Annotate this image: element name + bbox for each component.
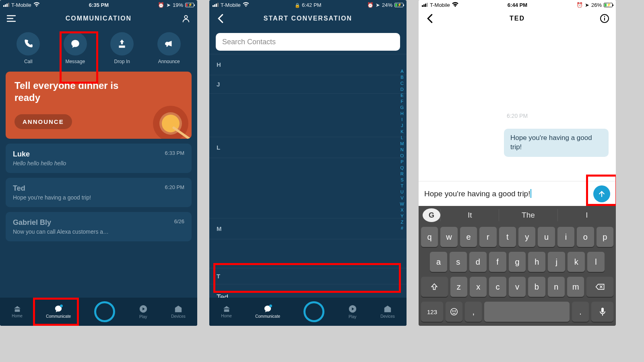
tab-home[interactable]: Home bbox=[12, 305, 23, 318]
conversation-item[interactable]: Luke Hello hello hello hello 6:33 PM bbox=[6, 144, 192, 173]
search-input[interactable] bbox=[216, 33, 400, 51]
index-letter[interactable]: V bbox=[400, 195, 404, 201]
key-t[interactable]: t bbox=[499, 227, 516, 247]
key-f[interactable]: f bbox=[489, 252, 506, 272]
key-o[interactable]: o bbox=[577, 227, 594, 247]
announce-card[interactable]: Tell everyone dinner is ready ANNOUNCE bbox=[6, 72, 192, 139]
tab-devices[interactable]: Devices bbox=[171, 305, 186, 319]
svg-point-14 bbox=[455, 311, 456, 311]
numbers-key[interactable]: 123 bbox=[421, 302, 443, 322]
index-letter[interactable]: L bbox=[400, 135, 404, 141]
index-letter[interactable]: F bbox=[400, 99, 404, 105]
index-letter[interactable]: J bbox=[400, 123, 404, 129]
tab-communicate[interactable]: Communicate bbox=[46, 305, 71, 319]
suggestion[interactable]: The bbox=[499, 209, 557, 221]
space-key[interactable] bbox=[484, 302, 569, 322]
message-input[interactable]: Hope you're having a good trip! bbox=[424, 189, 589, 198]
shift-key[interactable] bbox=[421, 277, 448, 297]
index-letter[interactable]: M bbox=[400, 141, 404, 147]
key-c[interactable]: c bbox=[489, 277, 506, 297]
index-letter[interactable]: T bbox=[400, 183, 404, 189]
key-z[interactable]: z bbox=[450, 277, 467, 297]
index-letter[interactable]: P bbox=[400, 159, 404, 165]
index-letter[interactable]: K bbox=[400, 129, 404, 135]
key-p[interactable]: p bbox=[597, 227, 613, 247]
index-letter[interactable]: O bbox=[400, 153, 404, 159]
mic-key[interactable] bbox=[591, 302, 613, 322]
key-g[interactable]: g bbox=[509, 252, 526, 272]
index-letter[interactable]: Y bbox=[400, 213, 404, 219]
comma-key[interactable]: , bbox=[465, 302, 482, 322]
menu-button[interactable] bbox=[2, 9, 21, 28]
key-i[interactable]: i bbox=[557, 227, 574, 247]
message-bubble: Hope you're having a good trip! bbox=[504, 129, 609, 157]
index-letter[interactable]: E bbox=[400, 93, 404, 99]
key-r[interactable]: r bbox=[479, 227, 496, 247]
key-l[interactable]: l bbox=[587, 252, 605, 272]
index-letter[interactable]: N bbox=[400, 147, 404, 153]
alexa-button[interactable] bbox=[94, 301, 115, 322]
key-e[interactable]: e bbox=[460, 227, 477, 247]
action-message[interactable]: Message bbox=[59, 32, 91, 64]
tab-devices[interactable]: Devices bbox=[380, 305, 395, 319]
status-time: 6:35 PM bbox=[89, 2, 109, 8]
key-j[interactable]: j bbox=[548, 252, 565, 272]
tab-bar: Home Communicate Play Devices bbox=[209, 298, 407, 326]
emoji-key[interactable] bbox=[446, 302, 462, 322]
conversation-item[interactable]: Gabriel Bly Now you can call Alexa custo… bbox=[6, 212, 192, 241]
back-button[interactable] bbox=[420, 9, 440, 28]
key-y[interactable]: y bbox=[518, 227, 535, 247]
index-letter[interactable]: A bbox=[400, 68, 404, 74]
action-announce[interactable]: Announce bbox=[153, 32, 185, 64]
tab-communicate[interactable]: Communicate bbox=[255, 305, 280, 319]
alpha-index[interactable]: ABCDEFGHIJKLMNOPQRSTUVWXYZ# bbox=[400, 68, 404, 231]
backspace-key[interactable] bbox=[586, 277, 613, 297]
key-d[interactable]: d bbox=[469, 252, 487, 272]
key-k[interactable]: k bbox=[568, 252, 585, 272]
tab-home[interactable]: Home bbox=[221, 305, 232, 318]
suggestion[interactable]: It bbox=[440, 209, 499, 221]
keyboard: G It The I qwertyuiop asdfghjkl zxcvbnm … bbox=[419, 206, 616, 326]
send-button[interactable] bbox=[593, 185, 610, 202]
profile-button[interactable] bbox=[176, 9, 196, 28]
key-u[interactable]: u bbox=[538, 227, 555, 247]
key-a[interactable]: a bbox=[430, 252, 447, 272]
index-letter[interactable]: W bbox=[400, 201, 404, 207]
index-letter[interactable]: # bbox=[400, 225, 404, 231]
index-letter[interactable]: B bbox=[400, 74, 404, 80]
index-letter[interactable]: Z bbox=[400, 219, 404, 225]
index-letter[interactable]: X bbox=[400, 207, 404, 213]
index-letter[interactable]: S bbox=[400, 177, 404, 183]
suggestion[interactable]: I bbox=[557, 209, 616, 221]
index-letter[interactable]: U bbox=[400, 189, 404, 195]
key-b[interactable]: b bbox=[528, 277, 545, 297]
chat-area[interactable]: 6:20 PM Hope you're having a good trip! bbox=[419, 28, 616, 165]
index-letter[interactable]: I bbox=[400, 117, 404, 123]
announce-button[interactable]: ANNOUNCE bbox=[14, 114, 72, 129]
index-letter[interactable]: R bbox=[400, 171, 404, 177]
key-s[interactable]: s bbox=[450, 252, 467, 272]
key-w[interactable]: w bbox=[440, 227, 457, 247]
key-v[interactable]: v bbox=[509, 277, 526, 297]
alexa-button[interactable] bbox=[303, 301, 324, 322]
index-letter[interactable]: Q bbox=[400, 165, 404, 171]
back-button[interactable] bbox=[211, 9, 230, 28]
key-q[interactable]: q bbox=[421, 227, 438, 247]
info-button[interactable] bbox=[595, 9, 614, 28]
conversation-item[interactable]: Ted Hope you're having a good trip! 6:20… bbox=[6, 178, 192, 207]
tab-play[interactable]: Play bbox=[139, 304, 148, 319]
action-call[interactable]: Call bbox=[12, 32, 44, 64]
carrier-label: T-Mobile bbox=[430, 2, 450, 8]
key-x[interactable]: x bbox=[470, 277, 487, 297]
index-letter[interactable]: G bbox=[400, 105, 404, 111]
index-letter[interactable]: H bbox=[400, 111, 404, 117]
key-h[interactable]: h bbox=[528, 252, 545, 272]
grammarly-icon[interactable]: G bbox=[423, 208, 440, 222]
key-n[interactable]: n bbox=[548, 277, 565, 297]
key-m[interactable]: m bbox=[567, 277, 584, 297]
action-dropin[interactable]: Drop In bbox=[106, 32, 138, 64]
index-letter[interactable]: D bbox=[400, 86, 404, 93]
period-key[interactable]: . bbox=[572, 302, 589, 322]
tab-play[interactable]: Play bbox=[348, 304, 357, 319]
index-letter[interactable]: C bbox=[400, 80, 404, 86]
